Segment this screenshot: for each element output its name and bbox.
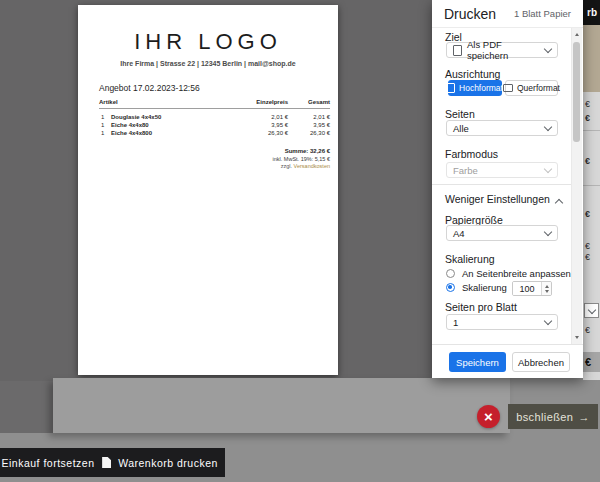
number-stepper[interactable] bbox=[541, 282, 551, 295]
save-label: Speichern bbox=[456, 357, 499, 368]
color-mode-select: Farbe bbox=[446, 162, 558, 178]
portrait-button[interactable]: Hochformat bbox=[448, 80, 502, 96]
color-mode-value: Farbe bbox=[453, 165, 540, 176]
fit-to-width-label: An Seitenbreite anpassen bbox=[462, 268, 571, 279]
document-shipping-note: zzgl. Versandkosten bbox=[190, 163, 330, 169]
product-image-fragment bbox=[583, 25, 600, 92]
cancel-button[interactable]: Abbrechen bbox=[512, 352, 570, 372]
document-title: Angebot 17.02.2023-12:56 bbox=[99, 83, 200, 93]
row-qty: 1 bbox=[101, 122, 104, 130]
price-fragment: € bbox=[585, 241, 599, 251]
row-name: Douglasie 4x4x50 bbox=[111, 114, 161, 122]
row-qty: 1 bbox=[101, 114, 104, 122]
paper-size-value: A4 bbox=[453, 228, 540, 239]
landscape-label: Querformat bbox=[517, 83, 560, 93]
scaling-label: Skalierung bbox=[445, 253, 495, 265]
document-sum: Summe: 32,26 € bbox=[190, 148, 330, 154]
cart-panel-fragment bbox=[583, 92, 600, 380]
print-preview-page: IHR LOGO Ihre Firma | Strasse 22 | 12345… bbox=[78, 5, 338, 375]
radio-unselected-icon[interactable] bbox=[446, 269, 455, 278]
footer-divider bbox=[432, 344, 583, 345]
print-dialog-title: Drucken bbox=[444, 6, 496, 22]
price-fragment: € bbox=[585, 113, 599, 123]
row-total-price: 3,95 € bbox=[270, 122, 330, 130]
shipping-link: Versandkosten bbox=[294, 163, 330, 169]
landscape-button[interactable]: Querformat bbox=[505, 80, 558, 96]
radio-selected-icon[interactable] bbox=[446, 283, 455, 292]
chevron-down-icon bbox=[587, 305, 595, 313]
print-cart-button[interactable]: Warenkorb drucken bbox=[95, 448, 225, 477]
print-dialog: Drucken 1 Blatt Papier Ziel Als PDF spei… bbox=[432, 0, 583, 378]
custom-scale-label: Skalierung bbox=[462, 282, 507, 293]
color-mode-label: Farbmodus bbox=[445, 148, 498, 160]
dimmed-page-area bbox=[0, 381, 53, 433]
cart-modal-bottom bbox=[53, 378, 510, 433]
shipping-prefix: zzgl. bbox=[281, 163, 292, 169]
checkout-button[interactable]: bschließen → bbox=[508, 404, 598, 429]
pages-per-sheet-value: 1 bbox=[453, 317, 540, 328]
pages-select[interactable]: Alle bbox=[446, 120, 558, 136]
close-icon: × bbox=[484, 408, 493, 425]
destination-select[interactable]: Als PDF speichern bbox=[446, 42, 558, 58]
arrow-right-icon: → bbox=[578, 411, 589, 423]
cart-divider bbox=[583, 185, 600, 186]
row-total-price: 2,01 € bbox=[270, 114, 330, 122]
scroll-down-icon[interactable] bbox=[573, 334, 580, 341]
screen: IHR LOGO Ihre Firma | Strasse 22 | 12345… bbox=[0, 0, 600, 482]
print-cart-label: Warenkorb drucken bbox=[118, 457, 218, 469]
portrait-page-icon bbox=[447, 83, 455, 93]
landscape-page-icon bbox=[503, 84, 513, 92]
scrollbar-thumb[interactable] bbox=[573, 42, 580, 142]
fit-to-width-option[interactable]: An Seitenbreite anpassen bbox=[446, 268, 571, 279]
table-header-divider bbox=[99, 108, 330, 109]
document-address-line: Ihre Firma | Strasse 22 | 12345 Berlin |… bbox=[78, 60, 338, 67]
cancel-label: Abbrechen bbox=[518, 357, 564, 368]
close-modal-button[interactable]: × bbox=[477, 405, 500, 428]
price-fragment: € bbox=[585, 156, 599, 166]
orientation-label: Ausrichtung bbox=[445, 68, 500, 80]
pages-value: Alle bbox=[453, 123, 540, 134]
checkout-button-label: bschließen bbox=[516, 411, 573, 423]
row-total-price: 26,30 € bbox=[270, 130, 330, 138]
stepper-down-icon[interactable] bbox=[545, 290, 549, 293]
chevron-down-icon bbox=[544, 123, 552, 131]
portrait-label: Hochformat bbox=[459, 83, 503, 93]
sheet-count: 1 Blatt Papier bbox=[514, 8, 571, 19]
custom-scale-option[interactable]: Skalierung bbox=[446, 282, 507, 293]
pages-per-sheet-select[interactable]: 1 bbox=[446, 314, 558, 330]
paper-size-select[interactable]: A4 bbox=[446, 225, 558, 241]
scroll-up-icon[interactable] bbox=[573, 31, 580, 38]
chevron-down-icon bbox=[544, 165, 552, 173]
price-fragment: € bbox=[585, 252, 599, 262]
row-qty: 1 bbox=[101, 130, 104, 138]
row-name: Eiche 4x4x80 bbox=[111, 122, 149, 130]
chevron-up-icon[interactable] bbox=[555, 199, 563, 207]
print-dialog-header: Drucken 1 Blatt Papier bbox=[432, 0, 583, 28]
stepper-up-icon[interactable] bbox=[545, 285, 549, 288]
price-fragment: € bbox=[585, 99, 599, 109]
pages-label: Seiten bbox=[445, 108, 475, 120]
scale-value-input[interactable] bbox=[513, 282, 541, 295]
document-icon bbox=[102, 457, 111, 468]
continue-shopping-label: Einkauf fortsetzen bbox=[1, 457, 94, 469]
site-header-text: rb bbox=[587, 7, 597, 18]
section-divider bbox=[432, 184, 571, 185]
destination-value: Als PDF speichern bbox=[467, 39, 540, 61]
price-fragment: € bbox=[585, 209, 599, 219]
chevron-down-icon bbox=[544, 45, 552, 53]
row-name: Eiche 4x4x800 bbox=[111, 130, 152, 138]
save-button[interactable]: Speichern bbox=[449, 352, 506, 372]
document-logo-text: IHR LOGO bbox=[78, 29, 338, 55]
chevron-down-icon bbox=[544, 228, 552, 236]
quantity-dropdown-fragment[interactable] bbox=[584, 303, 599, 318]
price-fragment: € bbox=[585, 325, 599, 335]
cart-total-fragment: € bbox=[583, 352, 600, 372]
less-settings-toggle[interactable]: Weniger Einstellungen bbox=[445, 193, 550, 205]
pages-per-sheet-label: Seiten pro Blatt bbox=[445, 301, 517, 313]
site-header-fragment: rb bbox=[583, 0, 600, 25]
continue-shopping-button[interactable]: Einkauf fortsetzen bbox=[0, 448, 100, 477]
document-vat: inkl. MwSt. 19%: 5,15 € bbox=[190, 156, 330, 162]
column-header-gesamt: Gesamt bbox=[270, 99, 330, 105]
scale-value-field[interactable] bbox=[512, 281, 552, 296]
column-header-artikel: Artikel bbox=[99, 99, 118, 105]
